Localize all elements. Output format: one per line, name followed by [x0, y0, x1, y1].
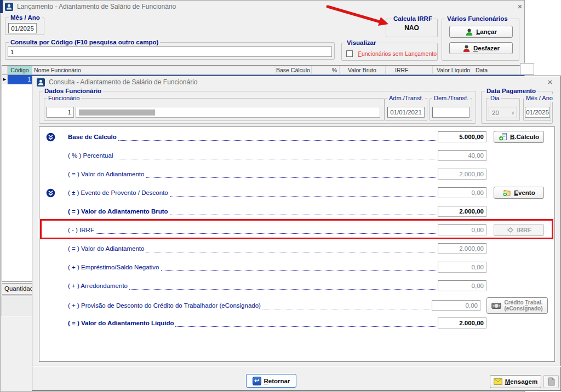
grid-header-marker: [2, 66, 8, 75]
grid-header-nome[interactable]: Nome Funcionário: [32, 66, 276, 75]
dia-dropdown[interactable]: 20 ∨: [489, 107, 517, 118]
mensagem-button[interactable]: Mensagem: [490, 375, 541, 388]
adm-transf-label: Adm./Transf.: [387, 94, 425, 102]
stamp-gray-icon: [506, 226, 514, 234]
grid-header-valor-liquido[interactable]: Valor Líquido: [433, 66, 471, 75]
valor-bruto-value[interactable]: 2.000,00: [438, 206, 486, 217]
app-person-icon: [37, 78, 45, 87]
grid-header: Código Nome Funcionário Base Cálculo % V…: [2, 66, 524, 75]
calcula-irrf-label: Calcula IRRF: [392, 15, 434, 22]
varios-funcionarios-group: Vários Funcionários Lançar Desfazer: [442, 19, 519, 61]
valor-adiantamento-2-value[interactable]: 2.000,00: [438, 243, 486, 254]
lancar-button[interactable]: Lançar: [449, 26, 513, 38]
dem-transf-label: Dem./Transf.: [432, 94, 470, 102]
retornar-button[interactable]: ↩ Retornar: [246, 374, 296, 388]
row-emprestimo: ( + ) Empréstimo/Saldo Negativo 0,00: [46, 261, 548, 274]
row-valor-adiantamento-1: ( = ) Valor do Adiantamento 2.000,00: [46, 168, 548, 181]
row-provisao-econsignado: ( + ) Provisão de Desconto do Crédito do…: [46, 299, 548, 312]
desfazer-label: Desfazer: [473, 45, 500, 51]
expand-double-down-icon[interactable]: [46, 188, 55, 198]
consulta-codigo-input[interactable]: 1: [8, 47, 332, 57]
mes-ano-pagamento-group: Mês / Ano 01/2025: [523, 98, 551, 121]
consulta-titlebar[interactable]: Consulta - Adiantamento de Salário de Fu…: [32, 76, 560, 88]
window-title: Consulta - Adiantamento de Salário de Fu…: [49, 78, 198, 86]
row-valor-bruto: ( = ) Valor do Adiantamento Bruto 2.000,…: [46, 205, 548, 218]
consulta-group: Consulta por Código (F10 pesquisa outro …: [5, 42, 335, 60]
dados-funcionario-group: Dados Funcionário Funcionário 1 Adm./Tra…: [39, 91, 476, 124]
visualizar-label: Visualizar: [345, 39, 378, 47]
irrf-value[interactable]: 0,00: [438, 224, 486, 235]
data-pagamento-label: Data Pagamento: [485, 87, 537, 95]
grid-header-percent[interactable]: %: [312, 66, 340, 75]
dotted-leader: [170, 189, 436, 197]
grid-header-valor-bruto[interactable]: Valor Bruto: [340, 66, 386, 75]
expand-double-down-icon[interactable]: [46, 132, 55, 142]
dotted-leader: [146, 245, 436, 252]
dem-transf-field[interactable]: [432, 107, 470, 118]
grid-header-base-calculo[interactable]: Base Cálculo: [276, 66, 312, 75]
funcionarios-sem-lancamento-checkbox[interactable]: [346, 50, 353, 57]
mes-ano-pagamento-label: Mês / Ano: [524, 94, 554, 102]
background-button-fragment: [520, 63, 534, 75]
row-marker-icon: ▶: [2, 75, 8, 84]
consulta-label: Consulta por Código (F10 pesquisa outro …: [9, 38, 160, 46]
evento-button[interactable]: Evento: [494, 187, 544, 199]
valor-adiantamento-value[interactable]: 2.000,00: [438, 169, 486, 180]
lancamento-titlebar[interactable]: Lançamento - Adiantamento de Salário de …: [1, 1, 524, 13]
funcionario-group: Funcionário 1: [44, 98, 385, 121]
folder-plus-icon: [502, 188, 511, 197]
row-valor-liquido: ( = ) Valor do Adiantamento Líquido 2.00…: [46, 316, 548, 330]
person-red-icon: [462, 44, 471, 53]
visualizar-group: Visualizar Funcionários sem Lançamento: [341, 43, 438, 61]
mes-ano-field[interactable]: 01/2025: [8, 23, 37, 33]
dia-group: Dia 20 ∨: [486, 98, 520, 121]
base-calculo-value[interactable]: 5.000,00: [438, 131, 486, 142]
valor-liquido-value[interactable]: 2.000,00: [438, 318, 486, 328]
row-valor-adiantamento-2: ( = ) Valor do Adiantamento 2.000,00: [46, 242, 548, 255]
consulta-window: Consulta - Adiantamento de Salário de Fu…: [32, 76, 561, 391]
percentual-value[interactable]: 40,00: [438, 150, 486, 161]
calc-plus-icon: [499, 132, 507, 141]
row-arredondamento: ( + ) Arredondamento 0,00: [46, 279, 548, 292]
emprestimo-value[interactable]: 0,00: [438, 262, 486, 273]
adm-transf-field[interactable]: 01/01/2021: [387, 107, 425, 118]
funcionario-codigo-field[interactable]: 1: [47, 107, 74, 118]
row-percentual: ( % ) Percentual 40,00: [46, 149, 548, 162]
grid-header-irrf[interactable]: IRRF: [386, 66, 433, 75]
back-arrow-icon: ↩: [253, 377, 261, 385]
calculo-panel: Base de Cálculo 5.000,00 B.Cálculo: [39, 126, 555, 362]
row-base-de-calculo: Base de Cálculo 5.000,00 B.Cálculo: [46, 130, 548, 143]
row-evento: ( ± ) Evento de Provento / Desconto 0,00…: [46, 186, 548, 199]
close-icon[interactable]: ×: [515, 2, 525, 11]
row-irrf: ( - ) IRRF 0,00 IRRF: [46, 223, 548, 237]
varios-funcionarios-label: Vários Funcionários: [445, 15, 510, 22]
irrf-button[interactable]: IRRF: [494, 224, 544, 236]
grid-header-data[interactable]: Data: [471, 66, 520, 75]
dotted-leader: [161, 264, 437, 271]
dem-transf-group: Dem./Transf.: [430, 98, 472, 121]
close-icon[interactable]: ×: [545, 77, 555, 87]
page-icon: [548, 377, 555, 386]
funcionario-nome-field[interactable]: [76, 107, 380, 118]
row-codigo-cell: 1: [8, 75, 32, 84]
dados-funcionario-label: Dados Funcionário: [43, 87, 103, 95]
mes-ano-label: Mês / Ano: [9, 14, 42, 21]
funcionarios-sem-lancamento-label: Funcionários sem Lançamento: [358, 50, 437, 57]
dotted-leader: [115, 152, 436, 159]
dotted-leader: [129, 283, 436, 290]
desfazer-button[interactable]: Desfazer: [449, 42, 513, 54]
provisao-value[interactable]: 0,00: [432, 300, 480, 311]
evento-value[interactable]: 0,00: [438, 187, 486, 198]
dotted-leader: [96, 227, 436, 234]
credito-trabalhador-button[interactable]: Crédito Trabal.(eConsignado): [486, 297, 548, 314]
lancar-label: Lançar: [476, 28, 497, 35]
grid-header-codigo[interactable]: Código: [8, 66, 32, 75]
calcula-irrf-value: NAO: [386, 24, 437, 32]
mes-ano-pagamento-field[interactable]: 01/2025: [525, 107, 550, 118]
person-green-icon: [465, 28, 473, 36]
mes-ano-group: Mês / Ano 01/2025: [5, 18, 44, 35]
document-button[interactable]: [543, 375, 559, 388]
bcalculo-button[interactable]: B.Cálculo: [494, 131, 544, 143]
dotted-leader: [118, 134, 436, 141]
arredondamento-value[interactable]: 0,00: [438, 280, 486, 291]
